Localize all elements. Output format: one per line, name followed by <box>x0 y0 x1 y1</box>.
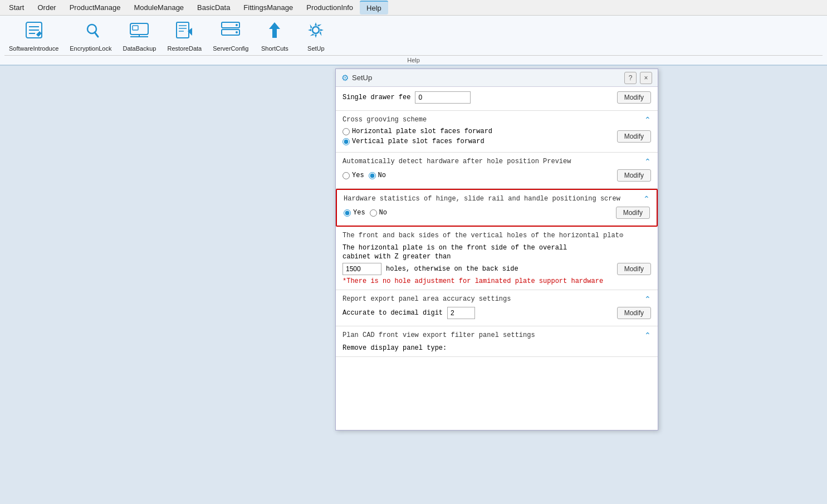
dialog-title-bar: ⚙ SetUp ? × <box>336 69 658 87</box>
setup-icon <box>306 20 326 44</box>
hardware-stats-yes-option[interactable]: Yes <box>344 209 365 217</box>
toolbar-btn-shortcuts[interactable]: ShortCuts <box>255 18 294 54</box>
section-front-back: The front and back sides of the vertical… <box>336 227 658 290</box>
toolbar-btn-databackup[interactable]: DataBackup <box>119 18 161 54</box>
toolbar-btn-serverconfig[interactable]: ServerConfig <box>208 18 253 54</box>
hardware-stats-no-label: No <box>379 209 387 217</box>
report-export-header: Report export panel area accuracy settin… <box>342 295 651 304</box>
report-export-input[interactable] <box>447 307 475 319</box>
hardware-stats-title: Hardware statistics of hinge, slide rail… <box>344 195 620 203</box>
single-drawer-input[interactable] <box>415 91 471 104</box>
section-plan-cad: Plan CAD front view export filter panel … <box>336 326 658 357</box>
cross-vertical-label: Vertical plate slot faces forward <box>352 138 485 145</box>
auto-detect-collapse-icon[interactable]: ⌃ <box>644 157 651 166</box>
cross-horizontal-radio[interactable] <box>342 128 350 135</box>
cross-horizontal-option[interactable]: Horizontal plate slot faces forward <box>342 128 613 135</box>
auto-detect-yes-option[interactable]: Yes <box>342 172 364 179</box>
toolbar-btn-restoredata[interactable]: RestoreData <box>163 18 206 54</box>
svg-marker-4 <box>36 31 42 37</box>
shortcuts-icon <box>265 20 285 44</box>
menu-productmanage[interactable]: ProductManage <box>63 1 128 14</box>
shortcuts-label: ShortCuts <box>261 45 288 52</box>
menu-modulemanage[interactable]: ModuleManage <box>127 1 190 14</box>
databackup-label: DataBackup <box>123 45 156 52</box>
report-export-collapse-icon[interactable]: ⌃ <box>644 295 651 304</box>
report-export-title: Report export panel area accuracy settin… <box>342 295 511 303</box>
auto-detect-title: Automatically detect hardware after hole… <box>342 158 571 165</box>
single-drawer-row: Single drawer fee Modify <box>342 91 651 104</box>
auto-detect-no-option[interactable]: No <box>369 172 386 179</box>
front-back-after-label: holes, otherwise on the back side <box>386 265 518 273</box>
cross-grooving-collapse-icon[interactable]: ⌃ <box>644 115 651 124</box>
menu-productioninfo[interactable]: ProductionInfo <box>300 1 360 14</box>
auto-detect-yes-radio[interactable] <box>342 172 350 179</box>
section-cross-grooving: Cross grooving scheme ⌃ Horizontal plate… <box>336 111 658 153</box>
cross-grooving-options-row: Horizontal plate slot faces forward Vert… <box>342 128 651 145</box>
toolbar-group-label: Help <box>4 55 823 65</box>
front-back-input-row: holes, otherwise on the back side Modify <box>342 263 651 275</box>
section-single-drawer: Single drawer fee Modify <box>336 87 658 111</box>
front-back-input[interactable] <box>342 263 381 275</box>
menu-basicdata[interactable]: BasicData <box>190 1 237 14</box>
dialog-content: Single drawer fee Modify Cross grooving … <box>336 87 658 430</box>
front-back-warning: *There is no hole adjustment for laminat… <box>342 277 651 285</box>
plan-cad-sublabel: Remove display panel type: <box>342 344 447 352</box>
encryptionlock-icon <box>81 20 101 44</box>
cross-horizontal-label: Horizontal plate slot faces forward <box>352 128 492 135</box>
auto-detect-modify-btn[interactable]: Modify <box>617 169 651 182</box>
plan-cad-collapse-icon[interactable]: ⌃ <box>644 331 651 340</box>
hardware-stats-yes-radio[interactable] <box>344 209 351 217</box>
auto-detect-no-label: No <box>378 172 386 179</box>
encryptionlock-label: EncryptionLock <box>70 45 111 52</box>
menu-bar: Start Order ProductManage ModuleManage B… <box>0 0 827 16</box>
cross-grooving-header: Cross grooving scheme ⌃ <box>342 115 651 124</box>
restoredata-icon <box>174 20 194 44</box>
front-back-sub1: The horizontal plate is on the front sid… <box>342 243 651 261</box>
single-drawer-label: Single drawer fee <box>342 94 410 101</box>
auto-detect-header: Automatically detect hardware after hole… <box>342 157 651 166</box>
toolbar-items: SoftwareIntroduce EncryptionLock DataBac… <box>4 18 823 54</box>
softwareintroduce-icon <box>24 20 44 44</box>
toolbar-btn-softwareintroduce[interactable]: SoftwareIntroduce <box>4 18 63 54</box>
hardware-stats-options-row: Yes No Modify <box>344 207 650 219</box>
menu-help[interactable]: Help <box>360 1 388 14</box>
menu-order[interactable]: Order <box>31 1 62 14</box>
hardware-stats-no-option[interactable]: No <box>370 209 387 217</box>
hardware-stats-modify-btn[interactable]: Modify <box>616 207 650 219</box>
front-back-header: The front and back sides of the vertical… <box>342 231 651 239</box>
hardware-stats-header: Hardware statistics of hinge, slide rail… <box>344 194 650 203</box>
hardware-stats-collapse-icon[interactable]: ⌃ <box>643 194 650 203</box>
report-export-row: Accurate to decimal digit Modify <box>342 307 651 319</box>
dialog-help-button[interactable]: ? <box>624 72 637 84</box>
auto-detect-yes-label: Yes <box>352 172 364 179</box>
menu-fittingsmanage[interactable]: FittingsManage <box>237 1 300 14</box>
dialog-close-button[interactable]: × <box>640 72 652 84</box>
section-auto-detect: Automatically detect hardware after hole… <box>336 153 658 189</box>
cross-vertical-radio[interactable] <box>342 138 350 145</box>
cross-grooving-modify-btn[interactable]: Modify <box>617 130 651 143</box>
serverconfig-icon <box>221 20 241 44</box>
front-back-modify-btn[interactable]: Modify <box>617 263 651 275</box>
softwareintroduce-label: SoftwareIntroduce <box>9 45 58 52</box>
toolbar-btn-encryptionlock[interactable]: EncryptionLock <box>65 18 116 54</box>
svg-point-19 <box>236 31 238 33</box>
svg-rect-7 <box>130 23 148 35</box>
auto-detect-no-radio[interactable] <box>369 172 376 179</box>
svg-rect-12 <box>177 22 189 38</box>
serverconfig-label: ServerConfig <box>213 45 248 52</box>
svg-rect-8 <box>133 26 138 30</box>
cross-vertical-option[interactable]: Vertical plate slot faces forward <box>342 138 613 145</box>
hardware-stats-no-radio[interactable] <box>370 209 377 217</box>
plan-cad-header: Plan CAD front view export filter panel … <box>342 331 651 340</box>
svg-marker-20 <box>269 22 280 38</box>
front-back-title: The front and back sides of the vertical… <box>342 231 623 239</box>
menu-start[interactable]: Start <box>2 1 31 14</box>
toolbar: SoftwareIntroduce EncryptionLock DataBac… <box>0 16 827 66</box>
cross-grooving-title: Cross grooving scheme <box>342 116 427 124</box>
toolbar-btn-setup[interactable]: SetUp <box>296 18 335 54</box>
section-report-export: Report export panel area accuracy settin… <box>336 290 658 326</box>
report-export-modify-btn[interactable]: Modify <box>617 307 651 319</box>
single-drawer-modify-btn[interactable]: Modify <box>617 91 651 104</box>
section-hardware-stats: Hardware statistics of hinge, slide rail… <box>336 189 658 227</box>
main-area: ⚙ SetUp ? × Single drawer fee Modify <box>0 66 827 504</box>
